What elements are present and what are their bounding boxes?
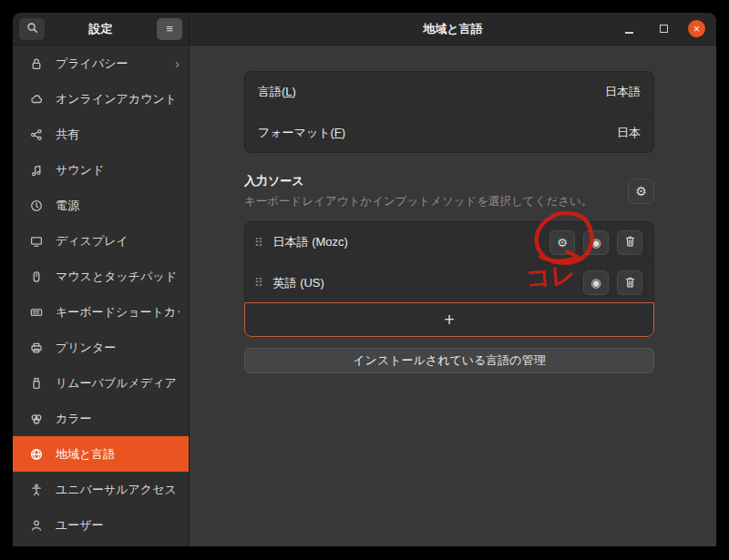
maximize-icon xyxy=(660,25,668,33)
screenshot-root: { "colors": { "accent": "#E95420", "anno… xyxy=(0,0,729,560)
source-remove-button[interactable] xyxy=(617,270,642,295)
hamburger-icon: ≡ xyxy=(166,22,173,36)
language-label: 言語(L) xyxy=(258,84,296,100)
headerbar: 地域と言語 × xyxy=(190,13,716,46)
sidebar-item-privacy[interactable]: プライバシー › xyxy=(13,46,189,81)
source-remove-button[interactable] xyxy=(617,230,642,255)
sidebar-item-sharing[interactable]: 共有 xyxy=(13,117,189,152)
sidebar-item-power[interactable]: 電源 xyxy=(13,188,189,223)
printer-icon xyxy=(29,341,44,355)
sidebar-item-online-accounts[interactable]: オンラインアカウント xyxy=(13,81,189,117)
language-value: 日本語 xyxy=(605,84,641,100)
language-row[interactable]: 言語(L) 日本語 xyxy=(245,72,653,112)
drag-handle-icon[interactable]: ⠿ xyxy=(254,236,263,249)
sidebar-item-removable-media[interactable]: リムーバブルメディア xyxy=(13,365,189,401)
cloud-icon xyxy=(29,92,44,107)
input-sources-title: 入力ソース xyxy=(244,173,592,189)
eye-icon: ◉ xyxy=(590,237,601,249)
drag-handle-icon[interactable]: ⠿ xyxy=(254,276,263,290)
sidebar-item-mouse-touchpad[interactable]: マウスとタッチパッド xyxy=(13,259,189,294)
input-sources-header: 入力ソース キーボードレイアウトかインプットメソッドを選択してください。 ⚙ xyxy=(244,173,654,209)
format-row[interactable]: フォーマット(F) 日本 xyxy=(245,112,653,152)
sidebar-item-display[interactable]: ディスプレイ xyxy=(13,223,189,259)
display-icon xyxy=(29,234,44,249)
keyboard-icon xyxy=(29,305,44,320)
sidebar: 設定 ≡ プライバシー › オンラインアカウント 共有 サウンド xyxy=(13,13,190,546)
minimize-button[interactable] xyxy=(619,19,639,39)
search-icon xyxy=(26,21,39,37)
gear-icon: ⚙ xyxy=(635,185,647,198)
sidebar-item-region-language[interactable]: 地域と言語 xyxy=(13,436,189,472)
source-view-layout-button[interactable]: ◉ xyxy=(583,270,609,295)
accessibility-icon xyxy=(29,483,44,497)
plus-icon: + xyxy=(444,311,456,328)
trash-icon xyxy=(624,276,636,290)
eye-icon: ◉ xyxy=(590,277,601,289)
source-row-buttons: ⚙ ◉ xyxy=(549,230,642,255)
main-panel: 地域と言語 × 言語(L) 日本語 フォーマット(F) 日本 xyxy=(190,13,716,546)
region-language-page: 言語(L) 日本語 フォーマット(F) 日本 入力ソース キーボードレイアウトか… xyxy=(190,46,716,546)
sidebar-header: 設定 ≡ xyxy=(13,13,189,46)
music-note-icon xyxy=(29,163,44,178)
sidebar-item-keyboard-shortcuts[interactable]: キーボードショートカット xyxy=(13,294,189,330)
minimize-icon xyxy=(625,32,633,34)
add-input-source-button[interactable]: + xyxy=(244,302,654,337)
removable-media-icon xyxy=(29,376,44,391)
manage-installed-languages-button[interactable]: インストールされている言語の管理 xyxy=(244,348,654,373)
source-view-layout-button[interactable]: ◉ xyxy=(583,230,609,255)
source-preferences-button[interactable]: ⚙ xyxy=(549,230,575,255)
globe-icon xyxy=(29,447,44,462)
source-name: 英語 (US) xyxy=(273,275,583,291)
sidebar-list: プライバシー › オンラインアカウント 共有 サウンド 電源 デ xyxy=(13,46,189,546)
sidebar-item-users[interactable]: ユーザー xyxy=(13,507,189,543)
menu-button[interactable]: ≡ xyxy=(157,18,182,40)
source-name: 日本語 (Mozc) xyxy=(273,234,549,250)
share-icon xyxy=(29,127,44,142)
input-sources-description: キーボードレイアウトかインプットメソッドを選択してください。 xyxy=(244,194,592,209)
format-label: フォーマット(F) xyxy=(258,125,345,141)
language-format-card: 言語(L) 日本語 フォーマット(F) 日本 xyxy=(244,71,654,153)
sidebar-item-universal-access[interactable]: ユニバーサルアクセス xyxy=(13,472,189,507)
sidebar-item-color[interactable]: カラー xyxy=(13,401,189,436)
sidebar-item-sound[interactable]: サウンド xyxy=(13,152,189,188)
app-title: 設定 xyxy=(89,21,113,37)
settings-window: 設定 ≡ プライバシー › オンラインアカウント 共有 サウンド xyxy=(13,13,716,546)
user-icon xyxy=(29,518,44,533)
source-row-english-us[interactable]: ⠿ 英語 (US) ◉ xyxy=(245,262,653,302)
search-button[interactable] xyxy=(19,18,45,40)
page-title: 地域と言語 xyxy=(423,21,482,37)
power-icon xyxy=(29,199,44,213)
maximize-button[interactable] xyxy=(653,19,673,39)
input-sources-options-button[interactable]: ⚙ xyxy=(628,178,654,204)
trash-icon xyxy=(624,235,636,249)
sidebar-item-printers[interactable]: プリンター xyxy=(13,330,189,365)
source-row-buttons: ◉ xyxy=(583,270,642,295)
window-controls: × xyxy=(619,19,705,39)
close-button[interactable]: × xyxy=(688,20,705,37)
input-sources-titles: 入力ソース キーボードレイアウトかインプットメソッドを選択してください。 xyxy=(244,173,592,209)
lock-icon xyxy=(29,56,44,71)
format-value: 日本 xyxy=(617,125,641,141)
gear-icon: ⚙ xyxy=(557,237,568,249)
close-icon: × xyxy=(693,24,700,35)
mouse-icon xyxy=(29,270,44,284)
color-icon xyxy=(29,412,44,426)
chevron-right-icon: › xyxy=(175,56,180,71)
input-sources-list: ⠿ 日本語 (Mozc) ⚙ ◉ ⠿ 英語 (US) ◉ xyxy=(244,221,654,337)
source-row-japanese-mozc[interactable]: ⠿ 日本語 (Mozc) ⚙ ◉ xyxy=(245,222,653,262)
